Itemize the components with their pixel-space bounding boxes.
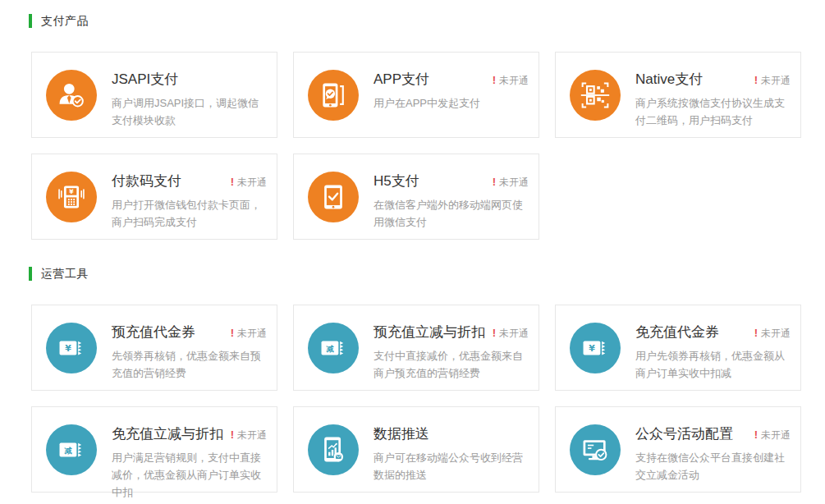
person-check-icon [46,70,97,121]
status-badge: !未开通 [488,176,529,190]
card-title: 免充值代金券 [635,323,719,341]
product-card[interactable]: JSAPI支付 商户调用JSAPI接口，调起微信支付模块收款 [31,52,277,138]
section-accent-bar [29,267,32,281]
card-body: Native支付 !未开通 商户系统按微信支付协议生成支付二维码，用户扫码支付 [621,53,792,129]
status-label: 未开通 [499,328,529,339]
card-body: 免充值代金券 !未开通 用户先领券再核销，优惠金额从商户订单实收中扣减 [621,305,792,382]
card-title: 预充值代金券 [112,323,195,341]
card-title: H5支付 [374,172,419,190]
section: 支付产品 JSAPI支付 商户调用JSAPI接口，调起微信支付模块收款 APP支… [29,13,801,240]
status-label: 未开通 [499,176,529,188]
monitor-activity-icon [570,424,621,475]
section-header: 运营工具 [29,266,801,282]
coupon-cash-icon [570,323,621,373]
card-body: 免充值立减与折扣 !未开通 用户满足营销规则，支付中直接减价，优惠金额从商户订单… [97,407,268,501]
card-desc: 商户可在移动端公众号收到经营数据的推送 [374,449,529,483]
product-card[interactable]: 免充值代金券 !未开通 用户先领券再核销，优惠金额从商户订单实收中扣减 [555,305,801,391]
coupon-discount-icon [308,323,359,373]
status-exclamation-icon: ! [231,327,234,339]
section-title: 运营工具 [41,267,89,282]
product-card[interactable]: 预充值立减与折扣 !未开通 支付中直接减价，优惠金额来自商户预充值的营销经费 [293,305,539,391]
page: 支付产品 JSAPI支付 商户调用JSAPI接口，调起微信支付模块收款 APP支… [0,0,825,493]
qr-scan-icon [570,70,621,121]
card-grid: 预充值代金券 !未开通 先领券再核销，优惠金额来自预充值的营销经费 预充值立减与… [31,305,801,493]
card-desc: 用户打开微信钱包付款卡页面，商户扫码完成支付 [112,196,267,231]
status-label: 未开通 [237,328,267,339]
card-title: 预充值立减与折扣 [374,323,485,341]
status-badge: !未开通 [226,428,267,442]
card-desc: 支持在微信公众平台直接创建社交立减金活动 [635,449,791,483]
card-body: 预充值代金券 !未开通 先领券再核销，优惠金额来自预充值的营销经费 [97,305,268,382]
status-exclamation-icon: ! [754,74,758,86]
section-accent-bar [29,14,32,28]
card-body: 付款码支付 !未开通 用户打开微信钱包付款卡页面，商户扫码完成支付 [97,154,268,231]
status-label: 未开通 [761,75,791,86]
section-header: 支付产品 [29,13,801,29]
card-body: APP支付 !未开通 用户在APP中发起支付 [359,53,530,112]
card-desc: 支付中直接减价，优惠金额来自商户预充值的营销经费 [374,347,529,382]
product-card[interactable]: 免充值立减与折扣 !未开通 用户满足营销规则，支付中直接减价，优惠金额从商户订单… [31,406,277,493]
section: 运营工具 预充值代金券 !未开通 先领券再核销，优惠金额来自预充值的营销经费 预… [29,266,801,493]
card-body: 公众号活动配置 !未开通 支持在微信公众平台直接创建社交立减金活动 [621,407,792,483]
card-body: H5支付 !未开通 在微信客户端外的移动端网页使用微信支付 [359,154,530,231]
pos-terminal-icon [46,172,97,222]
card-desc: 用户满足营销规则，支付中直接减价，优惠金额从商户订单实收中扣 [112,449,267,501]
product-card[interactable]: 付款码支付 !未开通 用户打开微信钱包付款卡页面，商户扫码完成支付 [31,153,277,240]
card-title: 免充值立减与折扣 [112,424,223,443]
status-badge: !未开通 [749,327,791,341]
status-label: 未开通 [499,75,529,86]
status-badge: !未开通 [749,74,791,88]
status-badge: !未开通 [226,327,267,341]
card-title: APP支付 [374,70,429,89]
card-title: 公众号活动配置 [635,424,733,443]
status-exclamation-icon: ! [493,327,496,339]
product-card[interactable]: Native支付 !未开通 商户系统按微信支付协议生成支付二维码，用户扫码支付 [555,52,801,138]
phone-data-icon [308,424,359,475]
status-badge: !未开通 [488,327,529,341]
card-grid: JSAPI支付 商户调用JSAPI接口，调起微信支付模块收款 APP支付 !未开… [31,52,801,240]
coupon-discount-icon [46,424,97,475]
card-desc: 商户调用JSAPI接口，调起微信支付模块收款 [112,94,267,129]
status-exclamation-icon: ! [231,176,234,188]
card-desc: 在微信客户端外的移动端网页使用微信支付 [374,196,529,231]
card-desc: 用户在APP中发起支付 [374,94,529,112]
status-label: 未开通 [761,429,791,441]
card-title: 数据推送 [374,424,429,443]
card-title: Native支付 [635,70,703,89]
card-body: JSAPI支付 商户调用JSAPI接口，调起微信支付模块收款 [97,53,268,129]
section-title: 支付产品 [41,14,89,29]
status-exclamation-icon: ! [493,176,496,188]
status-badge: !未开通 [226,176,267,190]
status-exclamation-icon: ! [493,74,496,86]
coupon-cash-icon [46,323,97,373]
status-badge: !未开通 [488,74,529,88]
status-label: 未开通 [237,176,267,188]
product-card[interactable]: APP支付 !未开通 用户在APP中发起支付 [293,52,539,138]
card-desc: 用户先领券再核销，优惠金额从商户订单实收中扣减 [635,347,791,382]
card-body: 预充值立减与折扣 !未开通 支付中直接减价，优惠金额来自商户预充值的营销经费 [359,305,530,382]
status-label: 未开通 [237,429,267,441]
card-desc: 先领券再核销，优惠金额来自预充值的营销经费 [112,347,267,382]
product-card[interactable]: 公众号活动配置 !未开通 支持在微信公众平台直接创建社交立减金活动 [555,406,801,493]
card-desc: 商户系统按微信支付协议生成支付二维码，用户扫码支付 [635,94,791,129]
card-title: JSAPI支付 [112,70,178,89]
phone-check-icon [308,172,359,222]
phone-message-icon [308,70,359,121]
status-badge: !未开通 [749,428,791,442]
status-label: 未开通 [761,328,791,339]
product-card[interactable]: H5支付 !未开通 在微信客户端外的移动端网页使用微信支付 [293,153,539,240]
product-card[interactable]: 数据推送 商户可在移动端公众号收到经营数据的推送 [293,406,539,493]
status-exclamation-icon: ! [231,428,234,441]
card-body: 数据推送 商户可在移动端公众号收到经营数据的推送 [359,407,530,483]
card-title: 付款码支付 [112,172,181,190]
status-exclamation-icon: ! [754,428,758,441]
product-card[interactable]: 预充值代金券 !未开通 先领券再核销，优惠金额来自预充值的营销经费 [31,305,277,391]
status-exclamation-icon: ! [754,327,758,339]
